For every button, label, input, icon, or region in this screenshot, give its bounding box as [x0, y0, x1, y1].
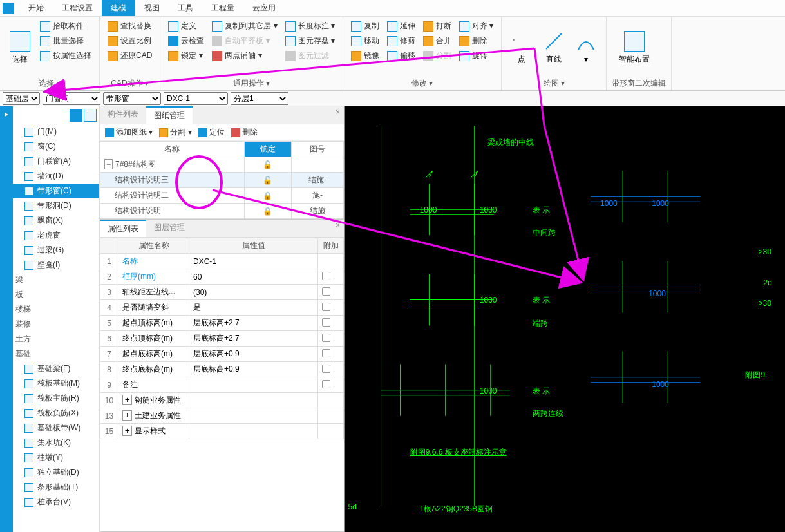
tab-property-list[interactable]: 属性列表 [100, 220, 146, 237]
select-by-property-button[interactable]: 按属性选择 [37, 49, 94, 62]
rotate-button[interactable]: 旋转 [457, 49, 496, 62]
line-button[interactable]: 直线 [539, 19, 569, 76]
tree-item[interactable]: 门(M) [13, 124, 99, 139]
tree-item[interactable]: 集水坑(K) [13, 435, 99, 450]
drawing-row[interactable]: 结构设计说明🔒结施 [100, 204, 344, 219]
tree-item[interactable]: 条形基础(T) [13, 480, 99, 495]
offset-button[interactable]: 偏移 [384, 49, 418, 62]
tree-item[interactable]: 窗(C) [13, 139, 99, 154]
property-row[interactable]: 4是否随墙变斜是 [100, 300, 344, 316]
tree-view-list-icon[interactable] [70, 109, 82, 122]
tree-group[interactable]: 板 [13, 287, 99, 302]
lock-button[interactable]: 锁定 ▾ [166, 49, 207, 62]
copy-to-floor-button[interactable]: 复制到其它层 ▾ [209, 19, 279, 33]
property-row[interactable]: 8终点底标高(m)层底标高+0.9 [100, 362, 344, 377]
property-row[interactable]: 9备注 [100, 377, 344, 393]
tree-item[interactable]: 筏板负筋(X) [13, 406, 99, 421]
property-row[interactable]: 1名称DXC-1 [100, 254, 344, 269]
split-drawing-button[interactable]: 分割 ▾ [159, 127, 191, 138]
delete-drawing-button[interactable]: 删除 [231, 127, 258, 138]
point-button[interactable]: ·点 [507, 19, 536, 76]
add-drawing-button[interactable]: 添加图纸 ▾ [105, 127, 153, 138]
tree-item[interactable]: 带形洞(D) [13, 198, 99, 213]
curve-button[interactable]: ▾ [571, 19, 601, 76]
extra-checkbox[interactable] [322, 287, 330, 296]
property-row[interactable]: 7起点底标高(m)层底标高+0.9 [100, 347, 344, 362]
property-row[interactable]: 5起点顶标高(m)层底标高+2.7 [100, 316, 344, 331]
length-dim-button[interactable]: 长度标注 ▾ [283, 19, 337, 33]
extra-checkbox[interactable] [322, 303, 330, 311]
two-point-axis-button[interactable]: 两点辅轴 ▾ [209, 49, 279, 62]
property-row[interactable]: 2框厚(mm)60 [100, 269, 344, 285]
smart-layout-button[interactable]: 智能布置 [612, 19, 657, 76]
property-row[interactable]: 15+显示样式 [100, 424, 344, 439]
tree-item[interactable]: 老虎窗 [13, 228, 99, 243]
tree-group[interactable]: 土方 [13, 332, 99, 347]
extra-checkbox[interactable] [322, 334, 330, 342]
drawing-row[interactable]: −7#8#结构图🔓 [100, 157, 344, 173]
trim-button[interactable]: 修剪 [384, 34, 418, 48]
tree-item[interactable]: 筏板基础(M) [13, 376, 99, 391]
tab-layer-manage[interactable]: 图层管理 [146, 220, 193, 237]
move-button[interactable]: 移动 [348, 34, 382, 48]
break-button[interactable]: 打断 [421, 19, 454, 33]
tree-view-grid-icon[interactable] [84, 109, 97, 122]
set-scale-button[interactable]: 设置比例 [105, 34, 155, 48]
lock-icon[interactable]: 🔓 [263, 160, 272, 169]
select-group-title[interactable]: 选择 ▾ [5, 76, 94, 89]
cad-canvas[interactable]: 梁或墙的中线 1000 1000 表 示 中间跨 1000 表 示 端跨 100… [345, 106, 785, 532]
menu-modeling[interactable]: 建模 [102, 0, 135, 16]
select-big-button[interactable]: 选择 [5, 19, 35, 76]
tab-component-list[interactable]: 构件列表 [100, 106, 146, 124]
combo-type[interactable]: 带形窗 [103, 92, 161, 105]
property-row[interactable]: 10+钢筋业务属性 [100, 393, 344, 408]
tree-group[interactable]: 装修 [13, 317, 99, 332]
tree-item[interactable]: 壁龛(I) [13, 258, 99, 272]
tree-item[interactable]: 基础板带(W) [13, 421, 99, 435]
cad-group-title[interactable]: CAD操作 ▾ [105, 76, 155, 89]
delete-button[interactable]: 删除 [457, 34, 496, 48]
pick-component-button[interactable]: 拾取构件 [37, 19, 94, 33]
drawing-row[interactable]: 结构设计说明三🔓结施- [100, 173, 344, 188]
tree-item[interactable]: 桩承台(V) [13, 495, 99, 509]
draw-group-title[interactable]: 绘图 ▾ [507, 76, 601, 89]
menu-tools[interactable]: 工具 [169, 0, 202, 16]
define-button[interactable]: 定义 [166, 19, 207, 33]
extra-checkbox[interactable] [322, 349, 330, 357]
copy-button[interactable]: 复制 [348, 19, 382, 33]
tree-item[interactable]: 筏板主筋(R) [13, 391, 99, 406]
combo-name[interactable]: DXC-1 [164, 92, 228, 105]
drawing-panel-close-icon[interactable]: × [332, 106, 344, 124]
locate-drawing-button[interactable]: 定位 [198, 127, 225, 138]
tree-item[interactable]: 门联窗(A) [13, 154, 99, 169]
align-button[interactable]: 对齐 ▾ [457, 19, 496, 33]
tree-item[interactable]: 过梁(G) [13, 243, 99, 258]
modify-group-title[interactable]: 修改 ▾ [348, 76, 496, 89]
tree-item[interactable]: 独立基础(D) [13, 465, 99, 480]
property-row[interactable]: 6终点顶标高(m)层底标高+2.7 [100, 331, 344, 347]
mirror-button[interactable]: 镜像 [348, 49, 382, 62]
merge-button[interactable]: 合并 [421, 34, 454, 48]
lock-icon[interactable]: 🔒 [263, 207, 272, 216]
menu-project-settings[interactable]: 工程设置 [53, 0, 102, 16]
menu-start[interactable]: 开始 [19, 0, 53, 16]
drawing-row[interactable]: 结构设计说明二🔒施- [100, 188, 344, 204]
lock-icon[interactable]: 🔒 [263, 191, 272, 200]
tree-item[interactable]: 带形窗(C) [13, 184, 99, 198]
extra-checkbox[interactable] [322, 365, 330, 373]
save-element-button[interactable]: 图元存盘 ▾ [283, 34, 337, 48]
tree-group-foundation[interactable]: 基础 [13, 347, 99, 361]
tree-item[interactable]: 飘窗(X) [13, 213, 99, 228]
menu-quantities[interactable]: 工程量 [202, 0, 243, 16]
extra-checkbox[interactable] [322, 380, 330, 388]
property-row[interactable]: 13+土建业务属性 [100, 408, 344, 424]
extra-checkbox[interactable] [322, 318, 330, 327]
tab-drawing-manage[interactable]: 图纸管理 [146, 106, 193, 124]
lock-icon[interactable]: 🔓 [263, 176, 272, 185]
restore-cad-button[interactable]: 还原CAD [105, 49, 155, 62]
tree-item[interactable]: 基础梁(F) [13, 361, 99, 376]
tree-group[interactable]: 楼梯 [13, 302, 99, 317]
combo-layer[interactable]: 基础层 [3, 92, 40, 105]
cloud-check-button[interactable]: 云检查 [166, 34, 207, 48]
combo-floor[interactable]: 分层1 [231, 92, 288, 105]
